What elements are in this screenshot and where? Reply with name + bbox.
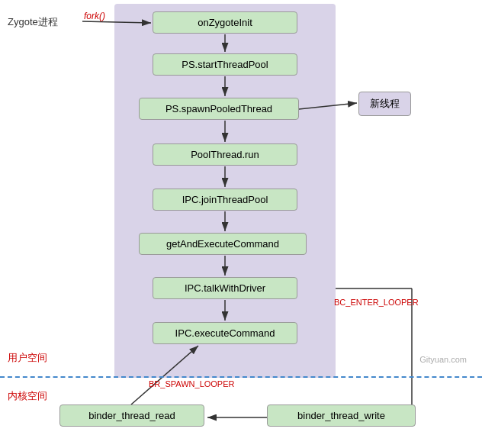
- userspace-label: 用户空间: [8, 351, 47, 365]
- br-spawn-looper-label: BR_SPAWN_LOOPER: [149, 379, 234, 388]
- node-binder-thread-read: binder_thread_read: [59, 404, 204, 427]
- new-thread-box: 新线程: [358, 92, 411, 116]
- zygote-label: Zygote进程: [8, 15, 58, 29]
- node-joinThreadPool: IPC.joinThreadPool: [153, 189, 297, 211]
- node-getAndExecuteCommand: getAndExecuteCommand: [139, 233, 307, 255]
- kernelspace-label: 内核空间: [8, 389, 47, 403]
- diagram-container: Zygote进程 fork() onZygoteInit PS.startThr…: [0, 0, 482, 448]
- node-startThreadPool: PS.startThreadPool: [153, 53, 297, 76]
- watermark: Gityuan.com: [419, 355, 467, 364]
- fork-label: fork(): [84, 11, 105, 21]
- node-spawnPooledThread: PS.spawnPooledThread: [139, 98, 299, 120]
- bc-enter-looper-label: BC_ENTER_LOOPER: [334, 298, 419, 307]
- node-executeCommand: IPC.executeCommand: [153, 322, 297, 344]
- node-onZygoteInit: onZygoteInit: [153, 11, 297, 34]
- userspace-kernelspace-divider: [0, 376, 482, 378]
- node-talkWithDriver: IPC.talkWithDriver: [153, 277, 297, 299]
- node-binder-thread-write: binder_thread_write: [267, 404, 416, 427]
- node-poolThreadRun: PoolThread.run: [153, 143, 297, 166]
